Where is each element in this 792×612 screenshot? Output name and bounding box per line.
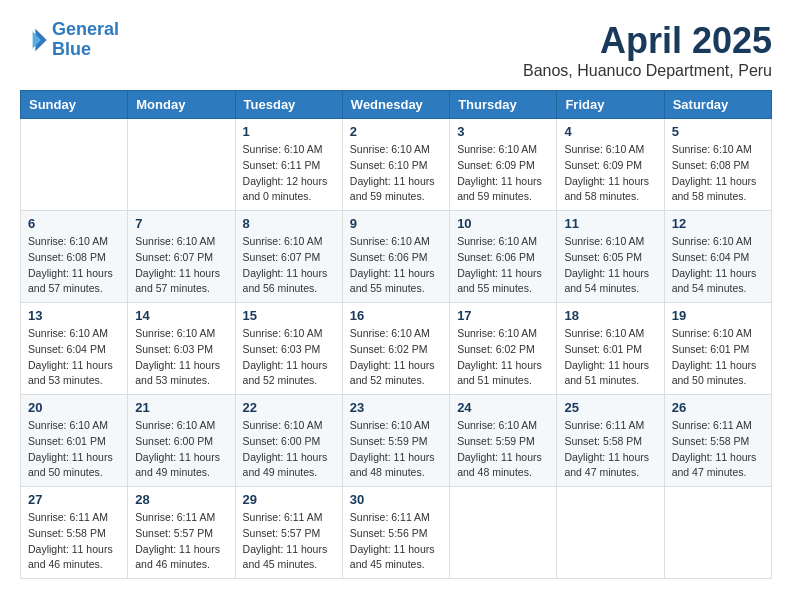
day-number: 11 xyxy=(564,216,656,231)
day-number: 18 xyxy=(564,308,656,323)
calendar-cell: 24Sunrise: 6:10 AMSunset: 5:59 PMDayligh… xyxy=(450,395,557,487)
day-info: Sunrise: 6:10 AMSunset: 6:05 PMDaylight:… xyxy=(564,234,656,297)
calendar-week-1: 1Sunrise: 6:10 AMSunset: 6:11 PMDaylight… xyxy=(21,119,772,211)
col-monday: Monday xyxy=(128,91,235,119)
calendar-cell: 15Sunrise: 6:10 AMSunset: 6:03 PMDayligh… xyxy=(235,303,342,395)
day-info: Sunrise: 6:10 AMSunset: 6:01 PMDaylight:… xyxy=(672,326,764,389)
day-number: 2 xyxy=(350,124,442,139)
day-info: Sunrise: 6:11 AMSunset: 5:58 PMDaylight:… xyxy=(672,418,764,481)
day-info: Sunrise: 6:11 AMSunset: 5:58 PMDaylight:… xyxy=(564,418,656,481)
logo-icon xyxy=(20,26,48,54)
calendar-week-4: 20Sunrise: 6:10 AMSunset: 6:01 PMDayligh… xyxy=(21,395,772,487)
logo: General Blue xyxy=(20,20,119,60)
calendar-cell xyxy=(450,487,557,579)
calendar-cell: 18Sunrise: 6:10 AMSunset: 6:01 PMDayligh… xyxy=(557,303,664,395)
day-info: Sunrise: 6:10 AMSunset: 6:07 PMDaylight:… xyxy=(243,234,335,297)
day-info: Sunrise: 6:10 AMSunset: 5:59 PMDaylight:… xyxy=(457,418,549,481)
calendar-cell: 19Sunrise: 6:10 AMSunset: 6:01 PMDayligh… xyxy=(664,303,771,395)
calendar-week-2: 6Sunrise: 6:10 AMSunset: 6:08 PMDaylight… xyxy=(21,211,772,303)
day-number: 28 xyxy=(135,492,227,507)
calendar-cell: 5Sunrise: 6:10 AMSunset: 6:08 PMDaylight… xyxy=(664,119,771,211)
day-number: 20 xyxy=(28,400,120,415)
day-number: 16 xyxy=(350,308,442,323)
calendar-cell: 26Sunrise: 6:11 AMSunset: 5:58 PMDayligh… xyxy=(664,395,771,487)
day-info: Sunrise: 6:10 AMSunset: 6:06 PMDaylight:… xyxy=(350,234,442,297)
calendar-cell: 1Sunrise: 6:10 AMSunset: 6:11 PMDaylight… xyxy=(235,119,342,211)
day-number: 25 xyxy=(564,400,656,415)
day-info: Sunrise: 6:11 AMSunset: 5:58 PMDaylight:… xyxy=(28,510,120,573)
day-info: Sunrise: 6:10 AMSunset: 6:11 PMDaylight:… xyxy=(243,142,335,205)
day-info: Sunrise: 6:10 AMSunset: 6:08 PMDaylight:… xyxy=(28,234,120,297)
calendar-cell: 14Sunrise: 6:10 AMSunset: 6:03 PMDayligh… xyxy=(128,303,235,395)
day-number: 14 xyxy=(135,308,227,323)
calendar-table: Sunday Monday Tuesday Wednesday Thursday… xyxy=(20,90,772,579)
day-number: 15 xyxy=(243,308,335,323)
calendar-week-3: 13Sunrise: 6:10 AMSunset: 6:04 PMDayligh… xyxy=(21,303,772,395)
day-number: 10 xyxy=(457,216,549,231)
day-info: Sunrise: 6:10 AMSunset: 6:00 PMDaylight:… xyxy=(243,418,335,481)
calendar-cell: 10Sunrise: 6:10 AMSunset: 6:06 PMDayligh… xyxy=(450,211,557,303)
col-tuesday: Tuesday xyxy=(235,91,342,119)
calendar-week-5: 27Sunrise: 6:11 AMSunset: 5:58 PMDayligh… xyxy=(21,487,772,579)
col-thursday: Thursday xyxy=(450,91,557,119)
day-number: 23 xyxy=(350,400,442,415)
day-info: Sunrise: 6:10 AMSunset: 6:03 PMDaylight:… xyxy=(135,326,227,389)
col-saturday: Saturday xyxy=(664,91,771,119)
day-number: 26 xyxy=(672,400,764,415)
day-info: Sunrise: 6:10 AMSunset: 6:08 PMDaylight:… xyxy=(672,142,764,205)
day-number: 24 xyxy=(457,400,549,415)
calendar-cell: 11Sunrise: 6:10 AMSunset: 6:05 PMDayligh… xyxy=(557,211,664,303)
calendar-cell: 21Sunrise: 6:10 AMSunset: 6:00 PMDayligh… xyxy=(128,395,235,487)
day-info: Sunrise: 6:11 AMSunset: 5:56 PMDaylight:… xyxy=(350,510,442,573)
day-info: Sunrise: 6:10 AMSunset: 6:04 PMDaylight:… xyxy=(28,326,120,389)
day-number: 9 xyxy=(350,216,442,231)
calendar-cell: 12Sunrise: 6:10 AMSunset: 6:04 PMDayligh… xyxy=(664,211,771,303)
page-header: General Blue April 2025 Banos, Huanuco D… xyxy=(20,20,772,80)
day-info: Sunrise: 6:10 AMSunset: 6:06 PMDaylight:… xyxy=(457,234,549,297)
calendar-cell xyxy=(664,487,771,579)
calendar-cell xyxy=(557,487,664,579)
day-number: 6 xyxy=(28,216,120,231)
day-number: 12 xyxy=(672,216,764,231)
calendar-cell: 22Sunrise: 6:10 AMSunset: 6:00 PMDayligh… xyxy=(235,395,342,487)
day-info: Sunrise: 6:10 AMSunset: 6:09 PMDaylight:… xyxy=(457,142,549,205)
calendar-cell xyxy=(128,119,235,211)
calendar-cell: 29Sunrise: 6:11 AMSunset: 5:57 PMDayligh… xyxy=(235,487,342,579)
calendar-cell: 27Sunrise: 6:11 AMSunset: 5:58 PMDayligh… xyxy=(21,487,128,579)
calendar-cell: 9Sunrise: 6:10 AMSunset: 6:06 PMDaylight… xyxy=(342,211,449,303)
day-number: 29 xyxy=(243,492,335,507)
calendar-cell: 16Sunrise: 6:10 AMSunset: 6:02 PMDayligh… xyxy=(342,303,449,395)
day-info: Sunrise: 6:10 AMSunset: 6:01 PMDaylight:… xyxy=(564,326,656,389)
day-info: Sunrise: 6:10 AMSunset: 6:04 PMDaylight:… xyxy=(672,234,764,297)
calendar-cell: 30Sunrise: 6:11 AMSunset: 5:56 PMDayligh… xyxy=(342,487,449,579)
day-number: 17 xyxy=(457,308,549,323)
day-number: 22 xyxy=(243,400,335,415)
calendar-cell: 20Sunrise: 6:10 AMSunset: 6:01 PMDayligh… xyxy=(21,395,128,487)
day-info: Sunrise: 6:10 AMSunset: 6:10 PMDaylight:… xyxy=(350,142,442,205)
day-number: 4 xyxy=(564,124,656,139)
day-number: 21 xyxy=(135,400,227,415)
col-wednesday: Wednesday xyxy=(342,91,449,119)
day-number: 27 xyxy=(28,492,120,507)
col-friday: Friday xyxy=(557,91,664,119)
calendar-cell: 13Sunrise: 6:10 AMSunset: 6:04 PMDayligh… xyxy=(21,303,128,395)
calendar-cell: 7Sunrise: 6:10 AMSunset: 6:07 PMDaylight… xyxy=(128,211,235,303)
day-number: 5 xyxy=(672,124,764,139)
calendar-cell xyxy=(21,119,128,211)
day-number: 13 xyxy=(28,308,120,323)
day-info: Sunrise: 6:10 AMSunset: 5:59 PMDaylight:… xyxy=(350,418,442,481)
calendar-cell: 8Sunrise: 6:10 AMSunset: 6:07 PMDaylight… xyxy=(235,211,342,303)
logo-text: General Blue xyxy=(52,20,119,60)
calendar-cell: 4Sunrise: 6:10 AMSunset: 6:09 PMDaylight… xyxy=(557,119,664,211)
location-title: Banos, Huanuco Department, Peru xyxy=(523,62,772,80)
day-info: Sunrise: 6:10 AMSunset: 6:03 PMDaylight:… xyxy=(243,326,335,389)
day-info: Sunrise: 6:10 AMSunset: 6:02 PMDaylight:… xyxy=(350,326,442,389)
calendar-cell: 3Sunrise: 6:10 AMSunset: 6:09 PMDaylight… xyxy=(450,119,557,211)
col-sunday: Sunday xyxy=(21,91,128,119)
day-info: Sunrise: 6:10 AMSunset: 6:09 PMDaylight:… xyxy=(564,142,656,205)
day-info: Sunrise: 6:11 AMSunset: 5:57 PMDaylight:… xyxy=(135,510,227,573)
day-info: Sunrise: 6:11 AMSunset: 5:57 PMDaylight:… xyxy=(243,510,335,573)
calendar-cell: 25Sunrise: 6:11 AMSunset: 5:58 PMDayligh… xyxy=(557,395,664,487)
day-info: Sunrise: 6:10 AMSunset: 6:02 PMDaylight:… xyxy=(457,326,549,389)
calendar-cell: 2Sunrise: 6:10 AMSunset: 6:10 PMDaylight… xyxy=(342,119,449,211)
